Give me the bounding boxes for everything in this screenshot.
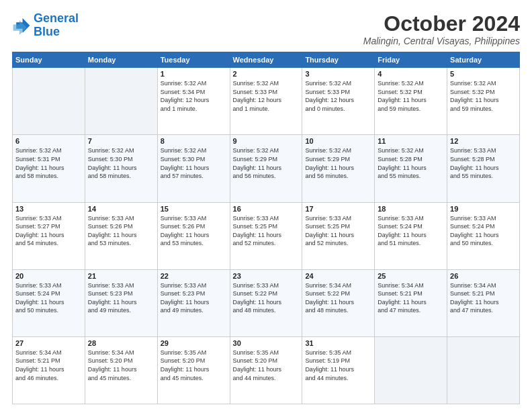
calendar-cell: 17Sunrise: 5:33 AM Sunset: 5:25 PM Dayli…: [302, 202, 375, 269]
day-detail: Sunrise: 5:33 AM Sunset: 5:25 PM Dayligh…: [233, 214, 300, 248]
day-detail: Sunrise: 5:32 AM Sunset: 5:33 PM Dayligh…: [305, 79, 371, 113]
day-number: 20: [15, 272, 82, 280]
page: General Blue October 2024 Malingin, Cent…: [0, 0, 532, 411]
calendar-table: SundayMondayTuesdayWednesdayThursdayFrid…: [12, 52, 520, 404]
day-number: 1: [161, 70, 227, 78]
day-detail: Sunrise: 5:32 AM Sunset: 5:32 PM Dayligh…: [378, 79, 444, 113]
calendar-week-4: 20Sunrise: 5:33 AM Sunset: 5:24 PM Dayli…: [13, 269, 520, 336]
day-number: 6: [15, 137, 82, 145]
day-number: 22: [161, 272, 227, 280]
day-number: 19: [450, 205, 517, 213]
calendar-cell: 26Sunrise: 5:34 AM Sunset: 5:21 PM Dayli…: [447, 269, 520, 336]
day-number: 30: [233, 339, 300, 347]
day-detail: Sunrise: 5:33 AM Sunset: 5:23 PM Dayligh…: [161, 281, 227, 315]
day-detail: Sunrise: 5:34 AM Sunset: 5:21 PM Dayligh…: [450, 281, 517, 315]
calendar-header-sunday: Sunday: [13, 52, 85, 68]
day-detail: Sunrise: 5:33 AM Sunset: 5:28 PM Dayligh…: [450, 146, 517, 180]
day-number: 5: [450, 70, 517, 78]
day-number: 7: [88, 137, 154, 145]
day-detail: Sunrise: 5:32 AM Sunset: 5:30 PM Dayligh…: [88, 146, 154, 180]
calendar-cell: 18Sunrise: 5:33 AM Sunset: 5:24 PM Dayli…: [375, 202, 447, 269]
day-number: 12: [450, 137, 517, 145]
day-detail: Sunrise: 5:35 AM Sunset: 5:19 PM Dayligh…: [305, 349, 371, 382]
calendar-cell: 28Sunrise: 5:34 AM Sunset: 5:20 PM Dayli…: [85, 336, 157, 404]
calendar-cell: 29Sunrise: 5:35 AM Sunset: 5:20 PM Dayli…: [157, 336, 230, 404]
calendar-cell: 19Sunrise: 5:33 AM Sunset: 5:24 PM Dayli…: [447, 202, 520, 269]
day-detail: Sunrise: 5:32 AM Sunset: 5:30 PM Dayligh…: [161, 146, 227, 180]
calendar-week-5: 27Sunrise: 5:34 AM Sunset: 5:21 PM Dayli…: [13, 336, 520, 404]
calendar-cell: 1Sunrise: 5:32 AM Sunset: 5:34 PM Daylig…: [157, 68, 230, 135]
calendar-cell: 3Sunrise: 5:32 AM Sunset: 5:33 PM Daylig…: [302, 68, 375, 135]
calendar-cell: [13, 68, 85, 135]
calendar-header-thursday: Thursday: [302, 52, 375, 68]
day-number: 13: [15, 205, 82, 213]
day-detail: Sunrise: 5:33 AM Sunset: 5:24 PM Dayligh…: [15, 281, 82, 315]
calendar-cell: 7Sunrise: 5:32 AM Sunset: 5:30 PM Daylig…: [85, 135, 157, 202]
calendar-cell: 13Sunrise: 5:33 AM Sunset: 5:27 PM Dayli…: [13, 202, 85, 269]
day-detail: Sunrise: 5:34 AM Sunset: 5:20 PM Dayligh…: [88, 349, 154, 382]
calendar-cell: 16Sunrise: 5:33 AM Sunset: 5:25 PM Dayli…: [230, 202, 302, 269]
day-detail: Sunrise: 5:32 AM Sunset: 5:29 PM Dayligh…: [233, 146, 300, 180]
day-number: 16: [233, 205, 300, 213]
day-number: 3: [305, 70, 371, 78]
day-detail: Sunrise: 5:33 AM Sunset: 5:22 PM Dayligh…: [233, 281, 300, 315]
day-number: 31: [305, 339, 371, 347]
calendar-cell: 30Sunrise: 5:35 AM Sunset: 5:20 PM Dayli…: [230, 336, 302, 404]
main-title: October 2024: [363, 12, 520, 36]
calendar-cell: 11Sunrise: 5:32 AM Sunset: 5:28 PM Dayli…: [375, 135, 447, 202]
day-detail: Sunrise: 5:34 AM Sunset: 5:21 PM Dayligh…: [15, 349, 82, 382]
day-number: 10: [305, 137, 371, 145]
logo-icon: [12, 16, 31, 35]
calendar-header-tuesday: Tuesday: [157, 52, 230, 68]
calendar-cell: 23Sunrise: 5:33 AM Sunset: 5:22 PM Dayli…: [230, 269, 302, 336]
calendar-cell: 5Sunrise: 5:32 AM Sunset: 5:32 PM Daylig…: [447, 68, 520, 135]
day-number: 28: [88, 339, 154, 347]
calendar-header-monday: Monday: [85, 52, 157, 68]
calendar-cell: 22Sunrise: 5:33 AM Sunset: 5:23 PM Dayli…: [157, 269, 230, 336]
logo-blue: Blue: [34, 26, 79, 39]
day-number: 24: [305, 272, 371, 280]
calendar-cell: 4Sunrise: 5:32 AM Sunset: 5:32 PM Daylig…: [375, 68, 447, 135]
calendar-cell: 8Sunrise: 5:32 AM Sunset: 5:30 PM Daylig…: [157, 135, 230, 202]
day-number: 9: [233, 137, 300, 145]
calendar-cell: 25Sunrise: 5:34 AM Sunset: 5:21 PM Dayli…: [375, 269, 447, 336]
day-detail: Sunrise: 5:32 AM Sunset: 5:33 PM Dayligh…: [233, 79, 300, 113]
day-detail: Sunrise: 5:33 AM Sunset: 5:26 PM Dayligh…: [161, 214, 227, 248]
day-number: 23: [233, 272, 300, 280]
day-detail: Sunrise: 5:33 AM Sunset: 5:23 PM Dayligh…: [88, 281, 154, 315]
calendar-cell: 10Sunrise: 5:32 AM Sunset: 5:29 PM Dayli…: [302, 135, 375, 202]
calendar-cell: 27Sunrise: 5:34 AM Sunset: 5:21 PM Dayli…: [13, 336, 85, 404]
calendar-cell: 14Sunrise: 5:33 AM Sunset: 5:26 PM Dayli…: [85, 202, 157, 269]
day-number: 8: [161, 137, 227, 145]
calendar-cell: 6Sunrise: 5:32 AM Sunset: 5:31 PM Daylig…: [13, 135, 85, 202]
day-detail: Sunrise: 5:33 AM Sunset: 5:26 PM Dayligh…: [88, 214, 154, 248]
subtitle: Malingin, Central Visayas, Philippines: [363, 36, 520, 46]
day-detail: Sunrise: 5:33 AM Sunset: 5:24 PM Dayligh…: [450, 214, 517, 248]
calendar-cell: 12Sunrise: 5:33 AM Sunset: 5:28 PM Dayli…: [447, 135, 520, 202]
calendar-cell: [375, 336, 447, 404]
day-number: 17: [305, 205, 371, 213]
day-number: 26: [450, 272, 517, 280]
day-detail: Sunrise: 5:32 AM Sunset: 5:34 PM Dayligh…: [161, 79, 227, 113]
day-number: 27: [15, 339, 82, 347]
day-number: 18: [378, 205, 444, 213]
calendar-cell: 24Sunrise: 5:34 AM Sunset: 5:22 PM Dayli…: [302, 269, 375, 336]
day-number: 2: [233, 70, 300, 78]
calendar-header-wednesday: Wednesday: [230, 52, 302, 68]
day-number: 15: [161, 205, 227, 213]
calendar-cell: 9Sunrise: 5:32 AM Sunset: 5:29 PM Daylig…: [230, 135, 302, 202]
day-detail: Sunrise: 5:33 AM Sunset: 5:25 PM Dayligh…: [305, 214, 371, 248]
calendar-cell: 2Sunrise: 5:32 AM Sunset: 5:33 PM Daylig…: [230, 68, 302, 135]
day-number: 14: [88, 205, 154, 213]
day-number: 11: [378, 137, 444, 145]
header: General Blue October 2024 Malingin, Cent…: [12, 12, 520, 46]
logo-text: General Blue: [34, 12, 79, 39]
logo-general: General: [34, 11, 79, 25]
day-detail: Sunrise: 5:33 AM Sunset: 5:27 PM Dayligh…: [15, 214, 82, 248]
calendar-cell: [85, 68, 157, 135]
calendar-cell: 31Sunrise: 5:35 AM Sunset: 5:19 PM Dayli…: [302, 336, 375, 404]
logo: General Blue: [12, 12, 79, 39]
day-detail: Sunrise: 5:35 AM Sunset: 5:20 PM Dayligh…: [233, 349, 300, 382]
day-detail: Sunrise: 5:33 AM Sunset: 5:24 PM Dayligh…: [378, 214, 444, 248]
calendar-cell: 21Sunrise: 5:33 AM Sunset: 5:23 PM Dayli…: [85, 269, 157, 336]
